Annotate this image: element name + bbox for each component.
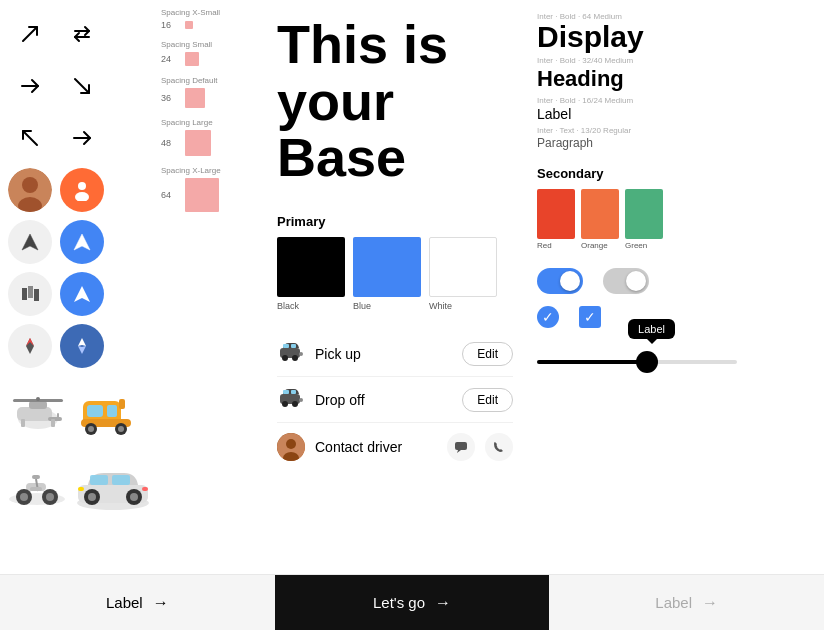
toggle-off-knob [626,271,646,291]
arrow-diagonal-down-right-icon[interactable] [60,64,104,108]
secondary-red-item: Red [537,189,575,250]
svg-line-0 [23,27,37,41]
spacing-default-label: Spacing Default [161,76,261,85]
swatch-white-item: White [429,237,497,311]
svg-marker-12 [22,234,38,250]
call-button[interactable] [485,433,513,461]
svg-rect-58 [142,487,148,491]
map-gray-icon[interactable] [8,272,52,316]
swatch-green-label: Green [625,241,647,250]
heading-meta: Inter · Bold · 32/40 Medium [537,56,812,65]
spacing-sm-label: Spacing Small [161,40,261,49]
svg-rect-29 [21,419,25,427]
icon-row-arrows-1 [8,12,147,56]
person-icon[interactable] [60,168,104,212]
message-button[interactable] [447,433,475,461]
svg-point-10 [78,182,86,190]
typography-section: Inter · Bold · 64 Medium Display Inter ·… [537,12,812,152]
toggle-on[interactable] [537,268,583,294]
bottom-center-button[interactable]: Let's go → [275,574,550,630]
navigate-blue-icon[interactable] [60,220,104,264]
swatch-green[interactable] [625,189,663,239]
slider-fill [537,360,647,364]
swatch-black-item: Black [277,237,345,311]
arrow-right-icon[interactable] [8,64,52,108]
arrow-right-2-icon[interactable] [60,116,104,160]
compass-gray-icon[interactable] [8,324,52,368]
bottom-left-button[interactable]: Label → [0,574,275,630]
swatch-black[interactable] [277,237,345,297]
contact-action-icons [447,433,513,461]
swatch-blue[interactable] [353,237,421,297]
bottom-left-arrow-icon: → [153,594,169,612]
svg-line-5 [23,131,37,145]
pickup-edit-button[interactable]: Edit [462,342,513,366]
scooter-image [8,456,66,516]
swatch-orange[interactable] [581,189,619,239]
contact-avatar [277,433,305,461]
svg-point-46 [46,493,54,501]
bottom-center-label: Let's go [373,594,425,611]
svg-point-72 [286,439,296,449]
bottom-bar: Label → Let's go → Label → [0,574,824,630]
bottom-right-button[interactable]: Label → [549,574,824,630]
svg-point-47 [20,493,28,501]
checkbox-circle-checked[interactable]: ✓ [537,306,559,328]
label-text: Label [537,106,812,122]
right-column: Inter · Bold · 64 Medium Display Inter ·… [525,0,824,630]
svg-rect-60 [283,344,289,348]
toggle-off[interactable] [603,268,649,294]
spacing-column: Spacing X-Small 16 Spacing Small 24 Spac… [155,0,265,630]
arrows-swap-icon[interactable] [60,12,104,56]
dropoff-edit-button[interactable]: Edit [462,388,513,412]
svg-rect-30 [51,419,55,427]
slider-thumb[interactable]: Label [636,351,658,373]
primary-swatches: Black Blue White [277,237,513,311]
navigate-gray-icon[interactable] [8,220,52,264]
spacing-sm-bar [185,52,199,66]
svg-point-11 [75,192,89,201]
spacing-xs-label: Spacing X-Small [161,8,261,17]
svg-rect-52 [112,475,130,485]
ride-actions: Pick up Edit Drop off Edit [277,331,513,471]
svg-point-28 [36,397,40,401]
svg-rect-43 [30,487,42,491]
svg-rect-27 [57,413,59,421]
svg-point-63 [292,355,298,361]
spacing-xl-num: 64 [161,190,179,200]
svg-point-37 [88,426,94,432]
compass-blue-icon[interactable] [60,324,104,368]
vehicle-row-1 [8,382,147,442]
spacing-sm-num: 24 [161,54,179,64]
spacing-lg-bar [185,130,211,156]
svg-point-70 [299,398,303,402]
svg-line-4 [75,79,89,93]
svg-rect-61 [291,344,296,348]
swatch-red[interactable] [537,189,575,239]
pickup-row: Pick up Edit [277,331,513,377]
spacing-xs-num: 16 [161,20,179,30]
swatch-blue-label: Blue [353,301,371,311]
spacing-xs-bar [185,21,193,29]
arrow-up-left-icon[interactable] [8,116,52,160]
checkbox-square-checked[interactable]: ✓ [579,306,601,328]
svg-point-62 [282,355,288,361]
svg-marker-21 [78,346,86,354]
svg-rect-23 [17,407,52,421]
icon-row-arrows-2 [8,64,147,108]
pickup-vehicle-icon [277,341,305,366]
svg-rect-39 [119,399,125,409]
svg-rect-14 [22,288,27,300]
swatch-white[interactable] [429,237,497,297]
map-blue-icon[interactable] [60,272,104,316]
helicopter-image [8,382,68,442]
bottom-right-arrow-icon: → [702,594,718,612]
icon-column [0,0,155,630]
slider-track[interactable]: Label [537,360,737,364]
arrow-diagonal-up-right-icon[interactable] [8,12,52,56]
svg-rect-16 [34,289,39,301]
svg-rect-51 [90,475,108,485]
user-avatar[interactable] [8,168,52,212]
icon-row-nav [8,220,147,264]
svg-point-8 [22,177,38,193]
